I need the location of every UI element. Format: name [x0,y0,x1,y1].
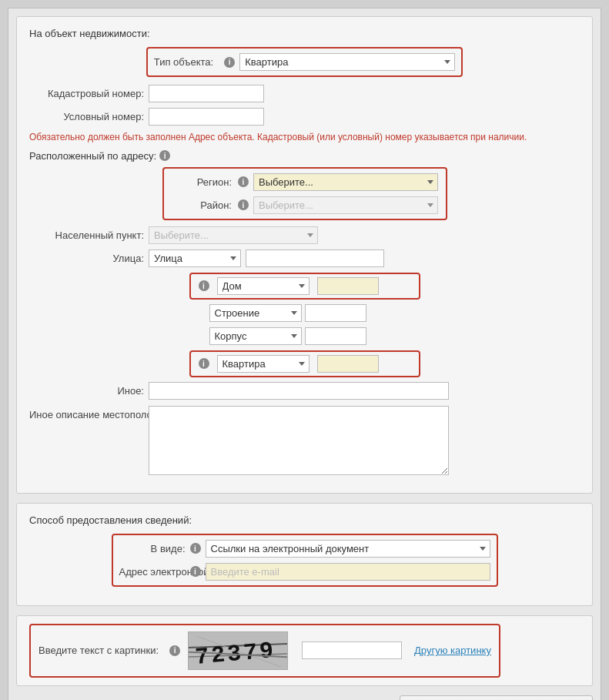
type-highlighted-box: Тип объекта: i Квартира Дом Земельный уч… [146,47,463,77]
dom-input[interactable] [317,277,379,295]
vide-info-icon[interactable]: i [190,543,201,554]
next-button[interactable]: Перейти к сведениям о заявителе» [400,695,593,700]
np-row: Населенный пункт: Выберите... [29,226,580,244]
type-row: Тип объекта: i Квартира Дом Земельный уч… [29,47,580,77]
uslovny-row: Условный номер: [29,108,580,126]
stroenie-type-select[interactable]: Строение Сооружение [209,304,302,322]
uslovny-input[interactable] [149,108,264,126]
vide-select[interactable]: Ссылки на электронный документ Бумажного… [206,540,490,558]
stroenie-input[interactable] [305,304,366,322]
dom-highlighted-box: i Дом Владение Участок [189,273,420,300]
another-captcha-link[interactable]: Другую картинку [414,645,491,656]
email-info-icon[interactable]: i [190,566,201,577]
error-text: Обязательно должен быть заполнен Адрес о… [29,131,580,144]
rayon-row: Район: i Выберите... [171,196,438,214]
captcha-label: Введите текст с картинки: [38,645,162,656]
dom-type-select[interactable]: Дом Владение Участок [217,277,310,295]
kadastr-label: Кадастровый номер: [29,88,149,99]
region-label: Регион: [171,176,236,188]
uslovny-label: Условный номер: [29,111,149,122]
rayon-select[interactable]: Выберите... [253,196,438,214]
inoe-label: Иное: [29,385,149,397]
captcha-section: Введите текст с картинки: i 72379 Другую… [16,615,593,686]
street-input[interactable] [246,250,384,267]
dom-info-icon[interactable]: i [199,280,209,291]
captcha-bordered-box: Введите текст с картинки: i 72379 Другую… [29,624,500,678]
stroenie-row: Строение Сооружение [29,304,580,322]
region-row: Регион: i Выберите... [171,173,438,191]
vide-highlighted-box: В виде: i Ссылки на электронный документ… [112,534,498,587]
type-select[interactable]: Квартира Дом Земельный участок Иное [239,53,455,71]
type-label: Тип объекта: [154,56,218,68]
vide-label: В виде: [119,543,189,554]
korpus-input[interactable] [305,327,366,345]
address-label-row: Расположенный по адресу: i [29,150,580,162]
email-row: Адрес электронной i [119,563,490,581]
inoe-row: Иное: [29,382,580,400]
kvartira-input[interactable] [317,355,379,373]
rayon-info-icon[interactable]: i [238,199,249,210]
type-info-icon[interactable]: i [224,57,235,68]
bottom-btn-row: Перейти к сведениям о заявителе» [16,695,593,700]
delivery-section: Способ предоставления сведений: В виде: … [16,503,593,606]
captcha-image: 72379 [188,631,288,670]
rayon-label: Район: [171,199,236,211]
region-info-icon[interactable]: i [238,176,249,187]
inoe-descr-label: Иное описание местоположения: [29,406,149,422]
street-label: Улица: [29,253,149,264]
email-input[interactable] [206,563,490,581]
captcha-input[interactable] [302,641,402,659]
address-label: Расположенный по адресу: [29,150,156,162]
kvartira-type-select[interactable]: Квартира Офис Комната [217,355,310,373]
inoe-descr-row: Иное описание местоположения: [29,406,580,475]
street-row: Улица: Улица Переулок Проспект Бульвар [29,250,580,267]
korpus-row: Корпус Литера [29,327,580,345]
property-section: На объект недвижимости: Тип объекта: i К… [16,16,593,494]
kadastr-input[interactable] [149,85,264,102]
address-info-icon[interactable]: i [159,150,170,161]
kvartira-highlighted-box: i Квартира Офис Комната [189,350,420,377]
delivery-section-title: Способ предоставления сведений: [29,514,580,526]
kvartira-info-icon[interactable]: i [199,358,209,369]
email-label: Адрес электронной [119,566,189,578]
inoe-input[interactable] [149,382,449,400]
street-type-select[interactable]: Улица Переулок Проспект Бульвар [149,250,241,267]
korpus-type-select[interactable]: Корпус Литера [209,327,302,345]
inoe-descr-textarea[interactable] [149,406,449,475]
np-label: Населенный пункт: [29,229,149,241]
vide-row: В виде: i Ссылки на электронный документ… [119,540,490,558]
property-section-title: На объект недвижимости: [29,28,580,39]
region-select[interactable]: Выберите... [253,173,438,191]
np-select[interactable]: Выберите... [149,226,318,244]
captcha-info-icon[interactable]: i [169,645,180,656]
region-rayon-box: Регион: i Выберите... Район: i Выберите.… [162,167,447,220]
kadastr-row: Кадастровый номер: [29,85,580,102]
